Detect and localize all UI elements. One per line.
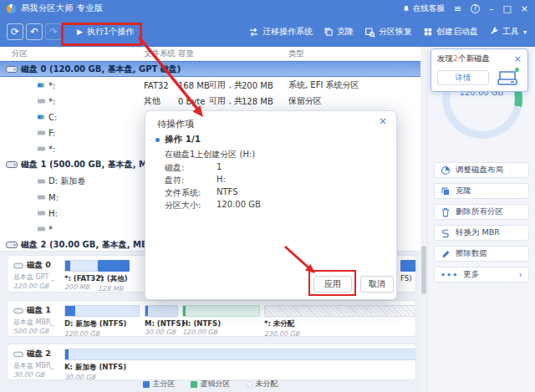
operation-details: 磁盘:1 盘符:H: 文件系统:NTFS 分区大小:120.00 GB bbox=[165, 162, 261, 212]
field-label: 分区大小: bbox=[165, 200, 217, 212]
card-disk-size: 120.00 GB bbox=[13, 283, 61, 290]
partition-icon bbox=[38, 227, 45, 231]
migrate-os-icon bbox=[248, 27, 259, 38]
partition-block[interactable]: H: (NTFS) 120.00 GB bbox=[182, 305, 260, 336]
table-row-partition[interactable]: *: FAT32 168 MB 可用，共 200 MB 系统, EFI 系统分区 bbox=[0, 77, 420, 93]
disk-icon bbox=[13, 308, 23, 314]
migrate-os-button[interactable]: 迁移操作系统 bbox=[248, 26, 313, 38]
adjust-disk-layout-button[interactable]: 调整磁盘布局 bbox=[434, 162, 529, 178]
partition-block[interactable]: K: 新加卷 (NTFS) 30.00 GB bbox=[64, 349, 416, 380]
action-label: 转换为 MBR bbox=[456, 227, 500, 238]
app-window: { "colors": { "accent": "#4a7fd5", "titl… bbox=[0, 0, 535, 392]
vertical-scrollbar[interactable] bbox=[420, 47, 427, 392]
create-bootable-disk-button[interactable]: 创建启动盘 bbox=[423, 26, 478, 38]
partition-icon bbox=[38, 179, 45, 183]
partition-label: D: 新加卷 (NTFS) bbox=[64, 319, 140, 329]
chevron-down-icon: ▾ bbox=[523, 28, 527, 36]
partition-size: 120.00 GB bbox=[64, 330, 140, 337]
disk-icon bbox=[6, 65, 18, 74]
adjust-layout-icon bbox=[441, 165, 451, 176]
partition-block[interactable]: M: (NTFS) 30.00 GB bbox=[145, 305, 178, 336]
partition-bar bbox=[64, 260, 98, 272]
partition-label: M: (NTFS) bbox=[145, 319, 178, 328]
sidebar: 总共 120.00 GB 发现2个新磁盘 × 详情 调整磁盘布局 克隆 删除所有… bbox=[427, 47, 535, 392]
annotation-box-apply bbox=[308, 270, 356, 296]
card-disk-sub: 基本盘 MBR_ bbox=[13, 318, 61, 327]
disk1-partitions: D: 新加卷 (NTFS) 120.00 GB M: (NTFS) 30.00 … bbox=[61, 301, 415, 336]
new-disk-icon bbox=[497, 69, 518, 86]
partition-label: K: 新加卷 (NTFS) bbox=[64, 363, 416, 373]
partition-block[interactable]: D: 新加卷 (NTFS) 120.00 GB bbox=[64, 305, 140, 337]
online-support-button[interactable]: 在线客服 bbox=[402, 3, 445, 14]
table-header: 分区 文件系统 容量 类型 bbox=[0, 47, 420, 61]
convert-mbr-icon bbox=[441, 228, 451, 238]
help-icon[interactable]: ? bbox=[471, 4, 480, 13]
redo-button[interactable]: ↷ bbox=[45, 23, 62, 40]
clone-disk-button[interactable]: 克隆 bbox=[434, 183, 529, 199]
partition-recovery-label: 分区恢复 bbox=[379, 26, 412, 38]
minimize-button[interactable]: – bbox=[489, 4, 494, 13]
titlebar: 易我分区大师 专业版 在线客服 ≡ ? – □ × bbox=[0, 0, 535, 17]
delete-all-partitions-button[interactable]: 删除所有分区 bbox=[434, 204, 529, 220]
partition-bar bbox=[182, 305, 260, 317]
disk-icon bbox=[13, 262, 23, 269]
partition-block[interactable]: FS) bbox=[400, 260, 416, 283]
online-support-label: 在线客服 bbox=[413, 3, 445, 14]
partition-total: 128 MB bbox=[242, 96, 273, 105]
tools-label: 工具 bbox=[502, 26, 519, 38]
clone-button[interactable]: 克隆 bbox=[324, 26, 354, 38]
partition-recovery-button[interactable]: 分区恢复 bbox=[364, 26, 412, 38]
more-button[interactable]: ••• 更多 › bbox=[434, 267, 529, 283]
capacity-separator: 可用，共 bbox=[209, 79, 242, 91]
details-button[interactable]: 详情 bbox=[437, 70, 489, 85]
header-type: 类型 bbox=[288, 48, 304, 59]
operation-description: 在磁盘1上创建分区 (H:) bbox=[165, 149, 255, 160]
maximize-button[interactable]: □ bbox=[502, 4, 511, 13]
more-icon: ••• bbox=[441, 270, 458, 279]
disk-label: 磁盘 0 (120.00 GB, 基本盘, GPT 磁盘) bbox=[21, 64, 181, 75]
convert-to-mbr-button[interactable]: 转换为 MBR bbox=[434, 225, 529, 241]
used-space bbox=[65, 349, 69, 359]
partition-fs: 其他 bbox=[144, 95, 160, 107]
bell-icon bbox=[402, 4, 410, 13]
menu-icon[interactable]: ≡ bbox=[454, 4, 461, 13]
undo-button[interactable]: ↶ bbox=[26, 23, 43, 40]
partition-label: H: (NTFS) bbox=[182, 319, 260, 328]
close-button[interactable]: × bbox=[521, 4, 528, 13]
card-disk-name: 磁盘 0 bbox=[27, 260, 51, 271]
erase-data-button[interactable]: 擦除数据 bbox=[434, 246, 529, 262]
cancel-button[interactable]: 取消 bbox=[360, 276, 394, 293]
partition-icon bbox=[38, 195, 45, 199]
partition-icon bbox=[38, 115, 45, 119]
header-partition: 分区 bbox=[12, 48, 28, 59]
used-space bbox=[65, 306, 75, 316]
partition-name: *: bbox=[48, 96, 55, 105]
close-icon[interactable]: × bbox=[379, 116, 387, 126]
partition-fs: FAT32 bbox=[144, 80, 169, 89]
field-label: 盘符: bbox=[165, 175, 217, 187]
action-label: 擦除数据 bbox=[456, 248, 487, 259]
new-disk-notification: 发现2个新磁盘 × 详情 bbox=[431, 48, 528, 92]
partition-label: *: (其他) bbox=[98, 274, 130, 284]
partition-block[interactable]: *: (其他) 128 MB bbox=[98, 260, 130, 293]
scrollbar-thumb[interactable] bbox=[421, 246, 426, 294]
disk2-partitions: K: 新加卷 (NTFS) 30.00 GB bbox=[61, 344, 415, 379]
disk1-card[interactable]: 磁盘 1 基本盘 MBR_ 500.00 GB D: 新加卷 (NTFS) 12… bbox=[7, 300, 416, 337]
clone-icon bbox=[441, 186, 451, 196]
table-row-disk0[interactable]: 磁盘 0 (120.00 GB, 基本盘, GPT 磁盘) bbox=[0, 61, 420, 77]
table-row-partition[interactable]: *: 其他 0 Byte 可用，共 128 MB 保留分区 bbox=[0, 93, 420, 109]
disk2-card[interactable]: 磁盘 2 基本盘 MBR_ 30.00 GB K: 新加卷 (NTFS) 30.… bbox=[7, 344, 416, 380]
partition-block[interactable]: *: 未分配 230.00 GB bbox=[264, 305, 416, 337]
close-icon[interactable]: × bbox=[514, 54, 522, 64]
partition-total: 200 MB bbox=[242, 80, 273, 89]
notification-title: 发现2个新磁盘 bbox=[437, 53, 490, 64]
tools-button[interactable]: 工具 ▾ bbox=[489, 26, 527, 38]
field-value: NTFS bbox=[217, 187, 238, 200]
partition-block[interactable]: *: (FAT32) 200 MB bbox=[64, 260, 98, 291]
operation-title: 操作 1/1 bbox=[165, 134, 201, 145]
refresh-button[interactable]: ⟳ bbox=[7, 23, 23, 40]
partition-name: H: bbox=[48, 208, 58, 217]
partition-bar bbox=[145, 305, 178, 317]
partition-label: *: 未分配 bbox=[264, 319, 416, 329]
partition-icon bbox=[38, 83, 45, 87]
